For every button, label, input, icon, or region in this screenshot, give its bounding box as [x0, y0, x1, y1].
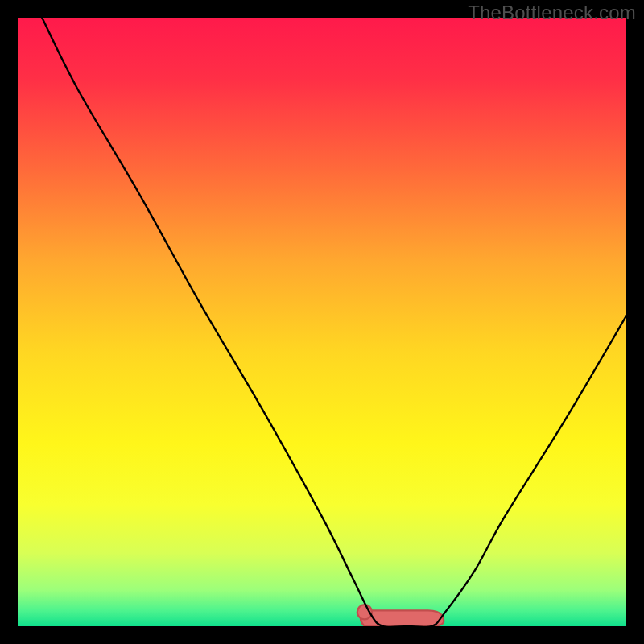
curve-layer [18, 18, 626, 626]
watermark-text: TheBottleneck.com [468, 2, 636, 24]
bottleneck-curve [42, 18, 626, 626]
chart-frame: TheBottleneck.com [0, 0, 644, 644]
plot-area [18, 18, 626, 626]
